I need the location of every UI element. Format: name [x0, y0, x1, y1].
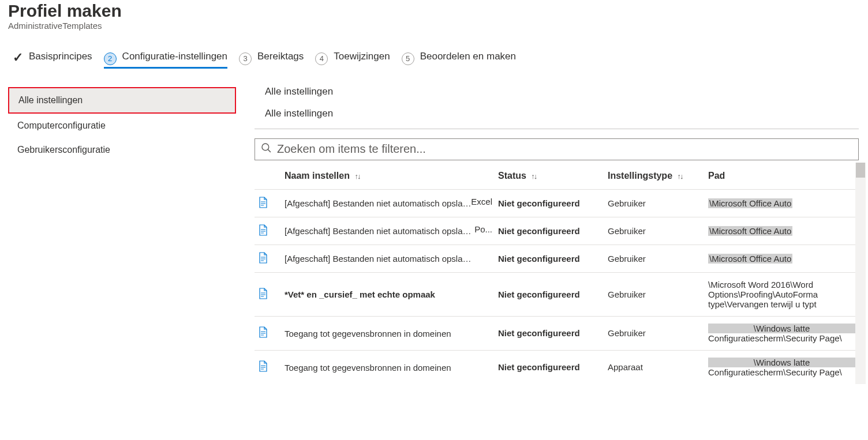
scrollbar-thumb[interactable]	[856, 163, 865, 178]
cell-status: Niet geconfigureerd	[495, 350, 604, 384]
sort-icon: ↑↓	[677, 172, 682, 180]
vertical-scrollbar[interactable]	[855, 163, 866, 384]
wizard-step[interactable]: 5Beoordelen en maken	[402, 51, 516, 67]
cell-name: [Afgeschaft] Bestanden niet automatisch …	[281, 245, 495, 272]
cell-name: *Vet* en _cursief_ met echte opmaak	[281, 272, 495, 316]
sort-icon: ↑↓	[531, 172, 536, 180]
table-row[interactable]: [Afgeschaft] Bestanden niet automatisch …	[255, 245, 859, 272]
cell-status: Niet geconfigureerd	[495, 189, 604, 217]
wizard-step[interactable]: 3Bereiktags	[239, 51, 304, 67]
wizard-step[interactable]: ✓Basisprincipes	[13, 48, 92, 66]
document-icon	[258, 326, 268, 338]
step-label: Toewijzingen	[334, 51, 390, 62]
table-row[interactable]: [Afgeschaft] Bestanden niet automatisch …	[255, 217, 859, 245]
step-label: Beoordelen en maken	[420, 51, 516, 62]
document-icon	[258, 360, 268, 372]
cell-type: Gebruiker	[604, 272, 705, 316]
svg-point-0	[262, 144, 269, 151]
cell-path: \Microsoft Office Auto	[705, 217, 859, 245]
wizard-step[interactable]: 2Configuratie-instellingen	[104, 51, 227, 69]
svg-line-1	[268, 149, 271, 152]
document-icon	[258, 252, 268, 264]
sidebar-item[interactable]: Gebruikersconfiguratie	[8, 138, 236, 162]
document-icon	[258, 224, 268, 236]
settings-tree: Alle instellingenComputerconfiguratieGeb…	[8, 79, 236, 162]
divider	[255, 129, 859, 129]
settings-table: Naam instellen ↑↓ Status ↑↓ Instellingst…	[255, 163, 859, 384]
cell-path: \Microsoft Word 2016\WordOptions\Proofin…	[705, 272, 859, 316]
cell-type: Gebruiker	[604, 189, 705, 217]
col-type[interactable]: Instellingstype ↑↓	[604, 163, 705, 190]
wizard-steps: ✓Basisprincipes2Configuratie-instellinge…	[8, 48, 868, 69]
step-label: Basisprincipes	[29, 51, 92, 62]
cell-path: \Microsoft Office Auto	[705, 245, 859, 272]
sidebar-item[interactable]: Alle instellingen	[8, 87, 236, 114]
cell-type: Gebruiker	[604, 217, 705, 245]
cell-status: Niet geconfigureerd	[495, 316, 604, 350]
document-icon	[258, 197, 268, 208]
page-title: Profiel maken	[8, 1, 868, 21]
cell-status: Niet geconfigureerd	[495, 217, 604, 245]
cell-path: \Microsoft Office Auto	[705, 189, 859, 217]
step-number: 2	[104, 52, 117, 65]
cell-name: Toegang tot gegevensbronnen in domeinen	[281, 316, 495, 350]
cell-type: Gebruiker	[604, 245, 705, 272]
col-name[interactable]: Naam instellen ↑↓	[281, 163, 495, 190]
check-icon: ✓	[13, 50, 23, 65]
cell-status: Niet geconfigureerd	[495, 245, 604, 272]
table-row[interactable]: Toegang tot gegevensbronnen in domeinenN…	[255, 316, 859, 350]
step-number: 5	[402, 52, 414, 65]
cell-name: [Afgeschaft] Bestanden niet automatisch …	[281, 217, 495, 245]
col-path[interactable]: Pad	[705, 163, 859, 190]
search-input[interactable]	[276, 142, 852, 156]
breadcrumb-line2: Alle instellingen	[255, 101, 859, 123]
step-label: Configuratie-instellingen	[122, 51, 227, 62]
table-row[interactable]: *Vet* en _cursief_ met echte opmaakNiet …	[255, 272, 859, 316]
cell-type: Apparaat	[604, 350, 705, 384]
breadcrumb-line1: Alle instellingen	[255, 79, 859, 101]
search-icon	[261, 142, 271, 156]
cell-name: [Afgeschaft] Bestanden niet automatisch …	[281, 189, 495, 217]
table-row[interactable]: [Afgeschaft] Bestanden niet automatisch …	[255, 189, 859, 217]
cell-status: Niet geconfigureerd	[495, 272, 604, 316]
page-subtitle: AdministrativeTemplates	[8, 21, 868, 31]
search-box[interactable]	[255, 138, 859, 160]
col-status[interactable]: Status ↑↓	[495, 163, 604, 190]
sidebar-item[interactable]: Computerconfiguratie	[8, 114, 236, 138]
sort-icon: ↑↓	[354, 172, 360, 180]
document-icon	[258, 288, 268, 299]
table-row[interactable]: Toegang tot gegevensbronnen in domeinenN…	[255, 350, 859, 384]
cell-type: Gebruiker	[604, 316, 705, 350]
cell-path: \Windows latteConfiguratiescherm\Securit…	[705, 316, 859, 350]
step-number: 3	[239, 52, 252, 65]
wizard-step[interactable]: 4Toewijzingen	[315, 51, 390, 67]
cell-path: \Windows latteConfiguratiescherm\Securit…	[705, 350, 859, 384]
step-label: Bereiktags	[257, 51, 304, 62]
step-number: 4	[315, 52, 328, 65]
cell-name: Toegang tot gegevensbronnen in domeinen	[281, 350, 495, 384]
